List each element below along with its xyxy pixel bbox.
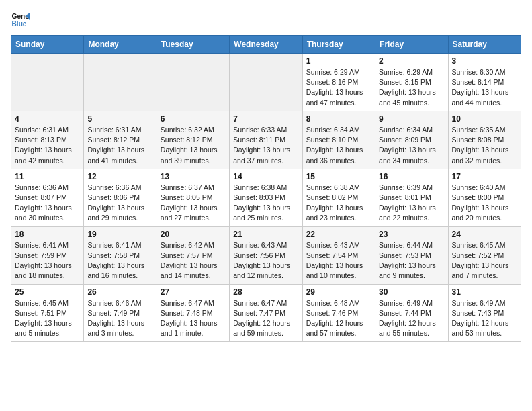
day-number: 8: [306, 114, 371, 124]
calendar-cell: [84, 54, 157, 111]
day-number: 18: [15, 230, 80, 239]
day-detail: Sunrise: 6:47 AMSunset: 7:48 PMDaylight:…: [161, 298, 226, 339]
day-number: 17: [452, 172, 517, 181]
calendar-cell: 25Sunrise: 6:45 AMSunset: 7:51 PMDayligh…: [11, 284, 84, 342]
day-detail: Sunrise: 6:45 AMSunset: 7:52 PMDaylight:…: [452, 240, 517, 281]
calendar-cell: [230, 54, 302, 111]
weekday-header-friday: Friday: [375, 36, 448, 54]
day-detail: Sunrise: 6:47 AMSunset: 7:47 PMDaylight:…: [233, 298, 298, 339]
page-header: General Blue: [11, 11, 521, 30]
day-number: 29: [306, 287, 371, 297]
day-detail: Sunrise: 6:46 AMSunset: 7:49 PMDaylight:…: [87, 298, 152, 339]
week-row-3: 11Sunrise: 6:36 AMSunset: 8:07 PMDayligh…: [11, 169, 521, 226]
calendar-cell: 1Sunrise: 6:29 AMSunset: 8:16 PMDaylight…: [302, 54, 375, 111]
svg-text:Blue: Blue: [12, 20, 27, 28]
day-number: 10: [452, 114, 517, 124]
week-row-1: 1Sunrise: 6:29 AMSunset: 8:16 PMDaylight…: [11, 54, 521, 111]
calendar-cell: 12Sunrise: 6:36 AMSunset: 8:06 PMDayligh…: [84, 169, 157, 226]
calendar-cell: 26Sunrise: 6:46 AMSunset: 7:49 PMDayligh…: [84, 284, 157, 342]
day-detail: Sunrise: 6:36 AMSunset: 8:07 PMDaylight:…: [15, 183, 80, 224]
calendar-cell: 15Sunrise: 6:38 AMSunset: 8:02 PMDayligh…: [302, 169, 375, 226]
day-number: 4: [15, 114, 80, 124]
calendar-table: SundayMondayTuesdayWednesdayThursdayFrid…: [11, 35, 521, 342]
day-detail: Sunrise: 6:36 AMSunset: 8:06 PMDaylight:…: [87, 183, 152, 224]
calendar-cell: 7Sunrise: 6:33 AMSunset: 8:11 PMDaylight…: [230, 111, 302, 169]
day-detail: Sunrise: 6:45 AMSunset: 7:51 PMDaylight:…: [15, 298, 80, 339]
day-detail: Sunrise: 6:38 AMSunset: 8:03 PMDaylight:…: [233, 183, 298, 224]
day-number: 21: [233, 230, 298, 239]
day-number: 15: [306, 172, 371, 181]
weekday-header-monday: Monday: [84, 36, 157, 54]
weekday-header-tuesday: Tuesday: [157, 36, 229, 54]
calendar-cell: [11, 54, 84, 111]
day-detail: Sunrise: 6:32 AMSunset: 8:12 PMDaylight:…: [161, 125, 226, 166]
calendar-cell: 10Sunrise: 6:35 AMSunset: 8:08 PMDayligh…: [448, 111, 521, 169]
logo: General Blue: [11, 11, 34, 30]
weekday-header-thursday: Thursday: [302, 36, 375, 54]
calendar-cell: 6Sunrise: 6:32 AMSunset: 8:12 PMDaylight…: [157, 111, 229, 169]
calendar-cell: 18Sunrise: 6:41 AMSunset: 7:59 PMDayligh…: [11, 226, 84, 284]
weekday-header-row: SundayMondayTuesdayWednesdayThursdayFrid…: [11, 36, 521, 54]
day-number: 3: [452, 56, 517, 66]
calendar-cell: 29Sunrise: 6:48 AMSunset: 7:46 PMDayligh…: [302, 284, 375, 342]
weekday-header-sunday: Sunday: [11, 36, 84, 54]
day-number: 23: [379, 230, 444, 239]
calendar-cell: 5Sunrise: 6:31 AMSunset: 8:12 PMDaylight…: [84, 111, 157, 169]
day-number: 28: [233, 287, 298, 297]
calendar-cell: 9Sunrise: 6:34 AMSunset: 8:09 PMDaylight…: [375, 111, 448, 169]
day-detail: Sunrise: 6:31 AMSunset: 8:13 PMDaylight:…: [15, 125, 80, 166]
day-detail: Sunrise: 6:35 AMSunset: 8:08 PMDaylight:…: [452, 125, 517, 166]
weekday-header-saturday: Saturday: [448, 36, 521, 54]
calendar-cell: 22Sunrise: 6:43 AMSunset: 7:54 PMDayligh…: [302, 226, 375, 284]
day-number: 20: [161, 230, 226, 239]
calendar-cell: 8Sunrise: 6:34 AMSunset: 8:10 PMDaylight…: [302, 111, 375, 169]
day-number: 14: [233, 172, 298, 181]
day-detail: Sunrise: 6:34 AMSunset: 8:10 PMDaylight:…: [306, 125, 371, 166]
day-detail: Sunrise: 6:41 AMSunset: 7:59 PMDaylight:…: [15, 240, 80, 281]
calendar-cell: 24Sunrise: 6:45 AMSunset: 7:52 PMDayligh…: [448, 226, 521, 284]
day-detail: Sunrise: 6:40 AMSunset: 8:00 PMDaylight:…: [452, 183, 517, 224]
calendar-cell: 21Sunrise: 6:43 AMSunset: 7:56 PMDayligh…: [230, 226, 302, 284]
day-number: 7: [233, 114, 298, 124]
day-number: 2: [379, 56, 444, 66]
day-number: 5: [87, 114, 152, 124]
day-detail: Sunrise: 6:41 AMSunset: 7:58 PMDaylight:…: [87, 240, 152, 281]
calendar-cell: 14Sunrise: 6:38 AMSunset: 8:03 PMDayligh…: [230, 169, 302, 226]
day-detail: Sunrise: 6:29 AMSunset: 8:16 PMDaylight:…: [306, 67, 371, 108]
calendar-cell: [157, 54, 229, 111]
day-detail: Sunrise: 6:42 AMSunset: 7:57 PMDaylight:…: [161, 240, 226, 281]
day-number: 12: [87, 172, 152, 181]
logo-icon: General Blue: [11, 11, 30, 30]
day-detail: Sunrise: 6:38 AMSunset: 8:02 PMDaylight:…: [306, 183, 371, 224]
calendar-cell: 27Sunrise: 6:47 AMSunset: 7:48 PMDayligh…: [157, 284, 229, 342]
week-row-2: 4Sunrise: 6:31 AMSunset: 8:13 PMDaylight…: [11, 111, 521, 169]
day-detail: Sunrise: 6:29 AMSunset: 8:15 PMDaylight:…: [379, 67, 444, 108]
day-detail: Sunrise: 6:43 AMSunset: 7:56 PMDaylight:…: [233, 240, 298, 281]
day-number: 16: [379, 172, 444, 181]
day-number: 11: [15, 172, 80, 181]
day-detail: Sunrise: 6:39 AMSunset: 8:01 PMDaylight:…: [379, 183, 444, 224]
day-detail: Sunrise: 6:30 AMSunset: 8:14 PMDaylight:…: [452, 67, 517, 108]
calendar-cell: 2Sunrise: 6:29 AMSunset: 8:15 PMDaylight…: [375, 54, 448, 111]
day-number: 27: [161, 287, 226, 297]
calendar-cell: 16Sunrise: 6:39 AMSunset: 8:01 PMDayligh…: [375, 169, 448, 226]
day-number: 19: [87, 230, 152, 239]
day-detail: Sunrise: 6:49 AMSunset: 7:44 PMDaylight:…: [379, 298, 444, 339]
day-detail: Sunrise: 6:33 AMSunset: 8:11 PMDaylight:…: [233, 125, 298, 166]
day-number: 30: [379, 287, 444, 297]
day-number: 9: [379, 114, 444, 124]
day-number: 31: [452, 287, 517, 297]
day-detail: Sunrise: 6:43 AMSunset: 7:54 PMDaylight:…: [306, 240, 371, 281]
week-row-5: 25Sunrise: 6:45 AMSunset: 7:51 PMDayligh…: [11, 284, 521, 342]
day-number: 6: [161, 114, 226, 124]
day-number: 1: [306, 56, 371, 66]
day-number: 26: [87, 287, 152, 297]
day-number: 25: [15, 287, 80, 297]
day-number: 13: [161, 172, 226, 181]
calendar-cell: 23Sunrise: 6:44 AMSunset: 7:53 PMDayligh…: [375, 226, 448, 284]
calendar-cell: 13Sunrise: 6:37 AMSunset: 8:05 PMDayligh…: [157, 169, 229, 226]
calendar-cell: 4Sunrise: 6:31 AMSunset: 8:13 PMDaylight…: [11, 111, 84, 169]
calendar-cell: 11Sunrise: 6:36 AMSunset: 8:07 PMDayligh…: [11, 169, 84, 226]
calendar-cell: 31Sunrise: 6:49 AMSunset: 7:43 PMDayligh…: [448, 284, 521, 342]
calendar-cell: 3Sunrise: 6:30 AMSunset: 8:14 PMDaylight…: [448, 54, 521, 111]
